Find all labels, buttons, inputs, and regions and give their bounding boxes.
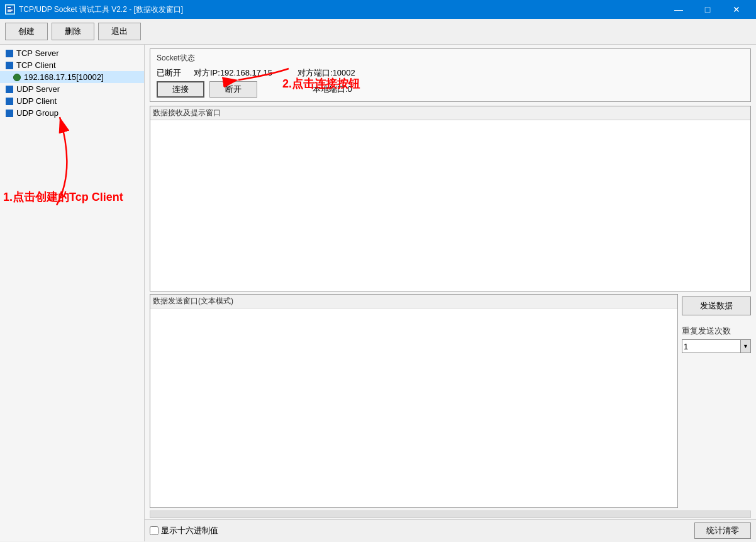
- title-bar: TCP/UDP Socket 调试工具 V2.2 - [数据收发窗口] — □ …: [0, 0, 756, 19]
- main-layout: TCP Server TCP Client 192.168.17.15[1000…: [0, 45, 756, 541]
- close-button[interactable]: ✕: [722, 0, 751, 19]
- send-data-button[interactable]: 发送数据: [682, 296, 751, 315]
- svg-rect-2: [8, 9, 13, 9]
- tcp-client-ip-icon: [13, 73, 21, 82]
- repeat-dropdown-arrow[interactable]: ▼: [740, 340, 750, 353]
- hex-checkbox-container: 显示十六进制值: [150, 525, 218, 536]
- repeat-count-input-wrap: ▼: [682, 339, 751, 353]
- app-icon: [5, 4, 15, 14]
- data-send-row: 数据发送窗口(文本模式) 发送数据 重复发送次数 ▼: [150, 294, 751, 508]
- minimize-button[interactable]: —: [664, 0, 693, 19]
- udp-group-icon: [5, 109, 14, 118]
- sidebar-item-udp-group[interactable]: UDP Group: [0, 107, 144, 119]
- hex-checkbox[interactable]: [150, 526, 158, 535]
- local-port: 本地端口:0: [313, 84, 352, 95]
- bottom-bar: 显示十六进制值 统计清零: [145, 519, 756, 541]
- status-text: 已断开: [157, 67, 181, 79]
- repeat-count-input[interactable]: [682, 342, 740, 351]
- hex-checkbox-label: 显示十六进制值: [161, 525, 218, 536]
- send-scrollbar[interactable]: [150, 511, 751, 518]
- sidebar-item-tcp-client[interactable]: TCP Client: [0, 59, 144, 71]
- create-button[interactable]: 创建: [5, 23, 48, 40]
- sidebar-item-udp-server[interactable]: UDP Server: [0, 83, 144, 95]
- repeat-label: 重复发送次数: [682, 325, 751, 337]
- sidebar-item-label: 192.168.17.15[10002]: [24, 72, 104, 82]
- send-controls: 发送数据 重复发送次数 ▼: [682, 294, 751, 508]
- window-controls: — □ ✕: [664, 0, 751, 19]
- data-send-textarea[interactable]: [150, 308, 677, 507]
- data-receive-title: 数据接收及提示窗口: [150, 106, 750, 120]
- data-receive-section: 数据接收及提示窗口: [150, 106, 751, 291]
- remote-port: 对方端口:10002: [297, 67, 355, 79]
- sidebar-item-label: TCP Client: [16, 60, 56, 70]
- right-panel: Socket状态 已断开 对方IP:192.168.17.15 对方端口:100…: [145, 45, 756, 541]
- sidebar-item-label: UDP Group: [16, 108, 58, 118]
- data-send-panel: 数据发送窗口(文本模式): [150, 294, 678, 508]
- udp-server-icon: [5, 85, 14, 94]
- status-info: 对方IP:192.168.17.15 对方端口:10002: [194, 67, 355, 79]
- svg-rect-3: [8, 10, 13, 11]
- sidebar-item-udp-client[interactable]: UDP Client: [0, 95, 144, 107]
- sidebar-item-label: UDP Client: [16, 96, 57, 106]
- tcp-client-icon: [5, 61, 14, 70]
- sidebar-item-tcp-client-ip[interactable]: 192.168.17.15[10002]: [0, 71, 144, 83]
- socket-status-section: Socket状态 已断开 对方IP:192.168.17.15 对方端口:100…: [150, 48, 751, 102]
- disconnect-button[interactable]: 断开: [209, 81, 257, 98]
- remote-ip: 对方IP:192.168.17.15: [194, 67, 272, 79]
- data-receive-textarea[interactable]: [150, 120, 750, 291]
- svg-rect-4: [8, 11, 11, 12]
- maximize-button[interactable]: □: [693, 0, 722, 19]
- socket-status-title: Socket状态: [157, 53, 744, 64]
- toolbar: 创建 删除 退出: [0, 19, 756, 45]
- sidebar-item-label: TCP Server: [16, 48, 59, 58]
- udp-client-icon: [5, 97, 14, 106]
- window-title: TCP/UDP Socket 调试工具 V2.2 - [数据收发窗口]: [19, 4, 664, 15]
- connect-row: 连接 断开 本地端口:0 2.点击连接按钮: [157, 81, 744, 98]
- connect-button[interactable]: 连接: [157, 81, 204, 98]
- delete-button[interactable]: 删除: [52, 23, 94, 40]
- exit-button[interactable]: 退出: [98, 23, 141, 40]
- clear-button[interactable]: 统计清零: [694, 522, 751, 539]
- sidebar-item-tcp-server[interactable]: TCP Server: [0, 47, 144, 59]
- annotation-text-1: 1.点击创建的Tcp Client: [3, 189, 123, 205]
- svg-rect-1: [8, 7, 11, 8]
- tcp-server-icon: [5, 49, 14, 58]
- data-send-title: 数据发送窗口(文本模式): [150, 295, 677, 308]
- status-row: 已断开 对方IP:192.168.17.15 对方端口:10002: [157, 67, 744, 79]
- sidebar-item-label: UDP Server: [16, 84, 60, 94]
- sidebar: TCP Server TCP Client 192.168.17.15[1000…: [0, 45, 145, 541]
